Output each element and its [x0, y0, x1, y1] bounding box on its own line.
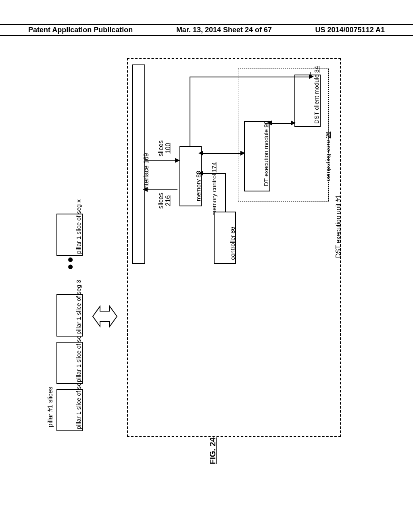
slices-out-label: slices 216 [157, 193, 172, 209]
arrow-slices-out-head [143, 187, 148, 192]
dst-client-num: 34 [313, 66, 320, 73]
arrow-long-head2 [309, 74, 314, 79]
pillar-box-x: pillar 1 slice of seg x [56, 214, 83, 256]
figure-content: pillar #1 slices pillar 1 slice of seg 1… [44, 52, 367, 476]
interface-label: interface 169 [143, 153, 150, 190]
controller-num: 86 [229, 227, 236, 233]
dst-client-label: DST client module [313, 75, 320, 124]
pillar-box-3-label: pillar 1 slice of seg 3 [75, 280, 82, 335]
arrow-dt-client-r [291, 121, 296, 125]
header-center: Mar. 13, 2014 Sheet 24 of 67 [176, 26, 272, 34]
arrow-mem-dt-head-r [240, 151, 245, 156]
arrow-long-v [190, 77, 190, 146]
arrow-slices-in [145, 160, 177, 161]
arrow-memctrl-head [198, 171, 203, 176]
arrow-mem-dt [202, 153, 242, 154]
pillar-box-3: pillar 1 slice of seg 3 [56, 294, 83, 337]
memory-control-label: memory control 174 [211, 162, 217, 216]
header-left: Patent Application Publication [28, 26, 133, 34]
dt-exec-label: DT execution module [263, 129, 269, 186]
dst-client-box: DST client module 34 [294, 75, 321, 127]
arrow-slices-out [146, 189, 177, 190]
arrow-mem-dt-head-l [198, 151, 203, 156]
dt-execution-box: DT execution module 90 [244, 121, 270, 191]
double-arrow-icon [89, 294, 121, 339]
page-header: Patent Application Publication Mar. 13, … [0, 24, 413, 36]
svg-marker-0 [93, 306, 117, 326]
arrow-dt-client [270, 123, 292, 124]
pillar-box-1: pillar 1 slice of seg 1 [56, 389, 83, 431]
arrow-memctrl-v [225, 173, 226, 212]
arrow-long-h [190, 77, 311, 77]
slices-in-label: slices 100 [157, 140, 172, 156]
controller-box: controller 86 [214, 212, 236, 264]
dst-unit-label: DST execution unit #1 [335, 195, 342, 258]
interface-box: interface 169 [132, 64, 145, 264]
memory-label: memory [195, 179, 202, 201]
header-right: US 2014/0075112 A1 [315, 26, 385, 34]
pillar-box-2: pillar 1 slice of seg 2 [56, 342, 83, 384]
pillar-title: pillar #1 slices [47, 387, 54, 427]
pillar-box-x-label: pillar 1 slice of seg x [75, 200, 82, 254]
controller-label: controller [229, 235, 236, 260]
arrow-dt-client-l [267, 121, 272, 125]
figure-label: FIG. 24 [208, 437, 217, 464]
computing-core-label: computing core 26 [324, 132, 331, 181]
